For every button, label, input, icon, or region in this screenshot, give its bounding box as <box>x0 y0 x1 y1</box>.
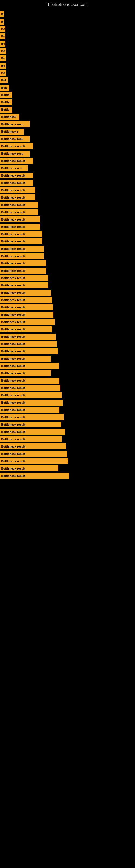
bar-label: Bottleneck resu <box>0 136 30 142</box>
bar-label: Bo <box>0 26 5 32</box>
bar-label: Bottleneck result <box>0 465 58 471</box>
bar-row: Bottleneck result <box>0 282 135 289</box>
bar-label: Bottleneck <box>0 114 19 120</box>
bar-row: Bottleneck result <box>0 458 135 465</box>
bar-label: Bottleneck result <box>0 355 51 362</box>
bar-label: Bottleneck result <box>0 187 35 193</box>
bar-label: Bottleneck result <box>0 451 67 457</box>
bar-row: Bottleneck result <box>0 326 135 333</box>
bar-row: Bo <box>0 48 135 55</box>
bar-label: Bo <box>0 48 6 54</box>
bar-label: Bottleneck result <box>0 326 52 332</box>
bar-row: Bottleneck result <box>0 392 135 399</box>
bar-label: Bottleneck result <box>0 319 54 325</box>
bar-label: Bottleneck result <box>0 275 48 281</box>
bar-row: Bot <box>0 77 135 84</box>
bar-row: Bottleneck result <box>0 340 135 347</box>
bar-label: Bottleneck result <box>0 173 33 179</box>
bar-label: Bottleneck result <box>0 414 64 420</box>
bar-label: Bottleneck res <box>0 165 28 171</box>
bar-label: Bo <box>0 33 5 39</box>
bar-label: Bottleneck result <box>0 407 59 413</box>
bar-label: Bottle <box>0 92 12 98</box>
bar-label: Bottleneck result <box>0 158 33 164</box>
bar-row: Bottleneck result <box>0 179 135 186</box>
bar-label: Bottleneck result <box>0 341 57 347</box>
bar-label: Bo <box>0 63 6 69</box>
bar-row: Bottleneck result <box>0 311 135 318</box>
bar-row: Bottleneck result <box>0 399 135 406</box>
bar-label: Bottleneck result <box>0 194 35 200</box>
bar-label: Bottleneck result <box>0 143 33 149</box>
bar-row: Bottleneck result <box>0 377 135 384</box>
bar-row: Bottleneck resu <box>0 121 135 128</box>
bar-row: B <box>0 11 135 18</box>
bar-label: Bottleneck result <box>0 443 66 450</box>
bar-label: Bottleneck result <box>0 253 44 259</box>
bar-row: Bottleneck result <box>0 370 135 377</box>
bar-row: Bottleneck result <box>0 223 135 230</box>
bar-row: Bottleneck result <box>0 230 135 238</box>
bar-row: Bottleneck result <box>0 406 135 413</box>
bar-label: Bottleneck result <box>0 458 68 464</box>
bar-label: Bottleneck result <box>0 246 44 252</box>
bar-label: Bottleneck result <box>0 304 53 310</box>
bar-label: Bottleneck result <box>0 224 40 230</box>
bar-label: Bottleneck result <box>0 334 56 340</box>
bar-label: Bottleneck result <box>0 216 40 222</box>
bar-row: Bo <box>0 69 135 76</box>
bar-row: Bottleneck result <box>0 318 135 326</box>
bar-label: Bottle <box>0 106 12 113</box>
bar-row: Bottleneck result <box>0 297 135 304</box>
bar-row: Bottle <box>0 99 135 106</box>
bar-row: Bottleneck result <box>0 245 135 252</box>
bar-row: Bottleneck res <box>0 165 135 172</box>
bar-label: Bottleneck result <box>0 400 63 405</box>
bar-row: Bottleneck result <box>0 143 135 150</box>
bar-row: Bott <box>0 84 135 91</box>
bar-label: Bottleneck result <box>0 473 69 479</box>
bar-label: Bottleneck result <box>0 202 38 208</box>
bar-label: Bottleneck result <box>0 385 60 391</box>
bar-label: Bottleneck result <box>0 370 51 376</box>
bar-label: Bottleneck result <box>0 231 42 237</box>
bar-label: Bo <box>0 55 6 61</box>
bar-row: Bottleneck result <box>0 267 135 274</box>
bar-label: Bot <box>0 77 8 83</box>
bar-label: Bottleneck result <box>0 209 38 215</box>
bar-row: Bottleneck result <box>0 238 135 245</box>
bar-row: Bottleneck result <box>0 194 135 201</box>
bar-row: Bottleneck result <box>0 289 135 296</box>
bar-row: Bo <box>0 26 135 33</box>
bar-row: Bottleneck result <box>0 333 135 340</box>
bar-label: Bottleneck result <box>0 378 59 383</box>
bar-row: Bottleneck result <box>0 348 135 355</box>
bar-label: Bottleneck r <box>0 129 24 134</box>
bar-label: Bottleneck resu <box>0 151 30 156</box>
bar-row: Bottleneck result <box>0 362 135 369</box>
bar-label: Bottleneck result <box>0 429 65 435</box>
bar-row: Bottleneck r <box>0 128 135 135</box>
bar-label: Bottleneck result <box>0 422 61 428</box>
bar-label: Bottleneck result <box>0 260 46 267</box>
bar-row: Bottleneck result <box>0 450 135 457</box>
bar-label: Bottleneck result <box>0 297 52 303</box>
bar-row: Bottleneck result <box>0 436 135 443</box>
site-title: TheBottlenecker.com <box>0 0 135 8</box>
bar-row: Bottleneck result <box>0 421 135 428</box>
bar-row: Bottleneck resu <box>0 135 135 143</box>
bar-row: Bottleneck result <box>0 428 135 435</box>
bar-row: Bottleneck result <box>0 443 135 450</box>
bar-row: B <box>0 18 135 25</box>
bar-label: Bottleneck result <box>0 239 42 244</box>
bar-label: Bottleneck resu <box>0 121 30 127</box>
bar-row: Bottleneck resu <box>0 150 135 157</box>
bar-row: Bottle <box>0 106 135 113</box>
bar-label: Bott <box>0 85 9 91</box>
bar-row: Bottleneck result <box>0 216 135 223</box>
bar-row: Bottleneck result <box>0 157 135 164</box>
bar-label: Bottleneck result <box>0 180 33 186</box>
bar-label: Bottleneck result <box>0 392 61 398</box>
bar-row: Bo <box>0 55 135 62</box>
bars-container: BBBoBoBoBoBoBoBoBotBottBottleBottleBottl… <box>0 8 135 479</box>
